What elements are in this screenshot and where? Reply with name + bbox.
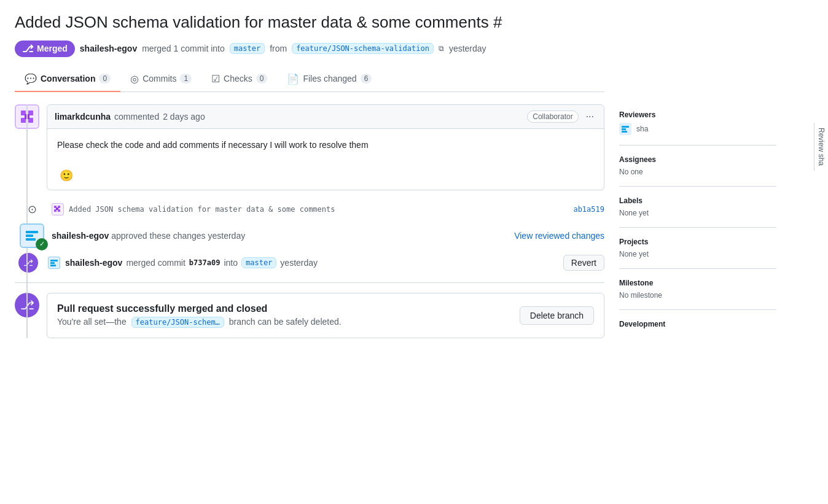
comment-footer: 🙂 bbox=[47, 161, 604, 190]
comment-header: limarkdcunha commented 2 days ago Collab… bbox=[47, 105, 604, 129]
commit-event: ⊙ Added JSON schema validation for maste… bbox=[20, 200, 604, 219]
labels-value: None yet bbox=[619, 209, 776, 217]
labels-title: Labels bbox=[619, 196, 776, 205]
tab-commits-count: 1 bbox=[180, 74, 192, 83]
development-title: Development bbox=[619, 320, 776, 328]
collaborator-badge: Collaborator bbox=[527, 110, 578, 123]
svg-rect-15 bbox=[50, 260, 58, 262]
comment-action: commented bbox=[114, 112, 159, 122]
merge-content: shailesh-egov merged commit b737a09 into… bbox=[48, 257, 556, 269]
approved-author[interactable]: shailesh-egov bbox=[52, 231, 109, 241]
reviewer-name[interactable]: sha bbox=[636, 125, 648, 133]
sidebar-assignees: Assignees No one bbox=[619, 155, 776, 187]
tab-files-label: Files changed bbox=[303, 74, 356, 83]
sidebar-milestone: Milestone No milestone bbox=[619, 279, 776, 310]
commit-sha[interactable]: ab1a519 bbox=[573, 205, 604, 214]
more-options-button[interactable]: ··· bbox=[584, 110, 596, 123]
emoji-reaction-button[interactable]: 🙂 bbox=[57, 166, 76, 185]
merged-banner: Pull request successfully merged and clo… bbox=[47, 293, 604, 338]
tab-commits[interactable]: ◎ Commits 1 bbox=[120, 67, 201, 92]
merged-label: Merged bbox=[37, 44, 68, 53]
target-branch[interactable]: master bbox=[230, 43, 265, 54]
reviewer-row: sha bbox=[619, 123, 776, 135]
approved-content: shailesh-egov approved these changes yes… bbox=[52, 231, 507, 241]
svg-rect-18 bbox=[622, 126, 629, 128]
review-sha-label: Review sha bbox=[817, 128, 826, 166]
tab-checks-count: 0 bbox=[256, 74, 268, 83]
comment-bubble: limarkdcunha commented 2 days ago Collab… bbox=[47, 104, 604, 190]
pr-action: merged 1 commit into bbox=[142, 44, 225, 53]
approved-check-icon: ✓ bbox=[36, 238, 48, 250]
pr-title: Added JSON schema validation for master … bbox=[15, 12, 604, 33]
reviewers-title: Reviewers bbox=[619, 110, 776, 119]
commit-event-content: Added JSON schema validation for master … bbox=[52, 203, 604, 215]
merged-badge: ⎇ Merged bbox=[15, 41, 75, 57]
svg-rect-17 bbox=[50, 265, 56, 266]
approved-event: ✓ shailesh-egov approved these changes y… bbox=[20, 223, 604, 248]
tab-checks-label: Checks bbox=[224, 74, 252, 83]
commit-message: Added JSON schema validation for master … bbox=[69, 205, 335, 214]
comment-author[interactable]: limarkdcunha bbox=[55, 112, 111, 122]
copy-branch-icon[interactable]: ⧉ bbox=[439, 44, 444, 53]
svg-rect-20 bbox=[622, 131, 627, 133]
merge-time: yesterday bbox=[280, 258, 318, 268]
svg-rect-16 bbox=[50, 262, 55, 264]
delete-branch-button[interactable]: Delete branch bbox=[520, 306, 594, 325]
tab-checks[interactable]: ☑ Checks 0 bbox=[201, 67, 277, 92]
merge-target-branch[interactable]: master bbox=[241, 257, 276, 268]
milestone-value: No milestone bbox=[619, 291, 776, 300]
projects-title: Projects bbox=[619, 238, 776, 246]
approved-action: approved these changes bbox=[111, 231, 205, 241]
assignees-value: No one bbox=[619, 168, 776, 176]
milestone-title: Milestone bbox=[619, 279, 776, 287]
tab-commits-label: Commits bbox=[143, 74, 176, 83]
svg-rect-12 bbox=[26, 231, 38, 233]
comment-time: 2 days ago bbox=[163, 112, 205, 122]
merge-author-avatar bbox=[48, 257, 60, 269]
source-branch[interactable]: feature/JSON-schema-validation bbox=[292, 43, 434, 54]
sidebar: Reviewers sha Assignees No one Labels No… bbox=[619, 12, 776, 504]
tab-conversation[interactable]: 💬 Conversation 0 bbox=[15, 67, 120, 92]
commit-dot-icon: ⊙ bbox=[28, 203, 37, 216]
merged-banner-desc: You're all set—the feature/JSON-schem… b… bbox=[57, 317, 342, 328]
pr-author[interactable]: shailesh-egov bbox=[80, 44, 137, 53]
projects-value: None yet bbox=[619, 250, 776, 258]
sidebar-labels: Labels None yet bbox=[619, 196, 776, 228]
tab-files-count: 6 bbox=[361, 74, 372, 83]
revert-button[interactable]: Revert bbox=[563, 255, 604, 271]
view-reviewed-changes-link[interactable]: View reviewed changes bbox=[514, 231, 604, 241]
merge-commit[interactable]: b737a09 bbox=[189, 258, 221, 267]
review-sha-panel[interactable]: Review sha bbox=[814, 123, 828, 171]
reviewer-avatar bbox=[619, 123, 631, 135]
comment-section: limarkdcunha commented 2 days ago Collab… bbox=[15, 104, 604, 190]
merge-author[interactable]: shailesh-egov bbox=[65, 258, 122, 268]
sidebar-projects: Projects None yet bbox=[619, 238, 776, 269]
merge-icon-col: ⎇ bbox=[16, 253, 41, 273]
assignees-title: Assignees bbox=[619, 155, 776, 164]
conversation-icon: 💬 bbox=[25, 73, 37, 85]
approved-time: yesterday bbox=[208, 231, 246, 241]
comment-text: Please check the code and add comments i… bbox=[57, 139, 594, 152]
merged-banner-title: Pull request successfully merged and clo… bbox=[57, 303, 342, 314]
timeline: limarkdcunha commented 2 days ago Collab… bbox=[15, 104, 604, 338]
status-row: ⎇ Merged shailesh-egov merged 1 commit i… bbox=[15, 41, 604, 57]
files-icon: 📄 bbox=[287, 73, 299, 85]
svg-rect-19 bbox=[622, 128, 626, 130]
commit-icon-col: ⊙ bbox=[20, 203, 44, 216]
merged-banner-left: Pull request successfully merged and clo… bbox=[57, 303, 342, 328]
svg-rect-14 bbox=[26, 238, 36, 241]
tab-conversation-label: Conversation bbox=[41, 74, 95, 83]
svg-rect-10 bbox=[56, 207, 58, 210]
pr-time: yesterday bbox=[449, 44, 486, 53]
sidebar-development: Development bbox=[619, 320, 776, 342]
merge-icon: ⎇ bbox=[22, 43, 33, 55]
svg-rect-13 bbox=[26, 235, 33, 237]
commits-icon: ◎ bbox=[130, 73, 139, 85]
merged-banner-branch-tag[interactable]: feature/JSON-schem… bbox=[131, 317, 224, 328]
checks-icon: ☑ bbox=[211, 73, 220, 85]
approved-avatar-col: ✓ bbox=[20, 223, 44, 248]
timeline-line bbox=[26, 104, 28, 338]
comment-header-right: Collaborator ··· bbox=[527, 110, 596, 123]
tab-conversation-count: 0 bbox=[99, 74, 111, 83]
tab-files-changed[interactable]: 📄 Files changed 6 bbox=[277, 67, 381, 92]
